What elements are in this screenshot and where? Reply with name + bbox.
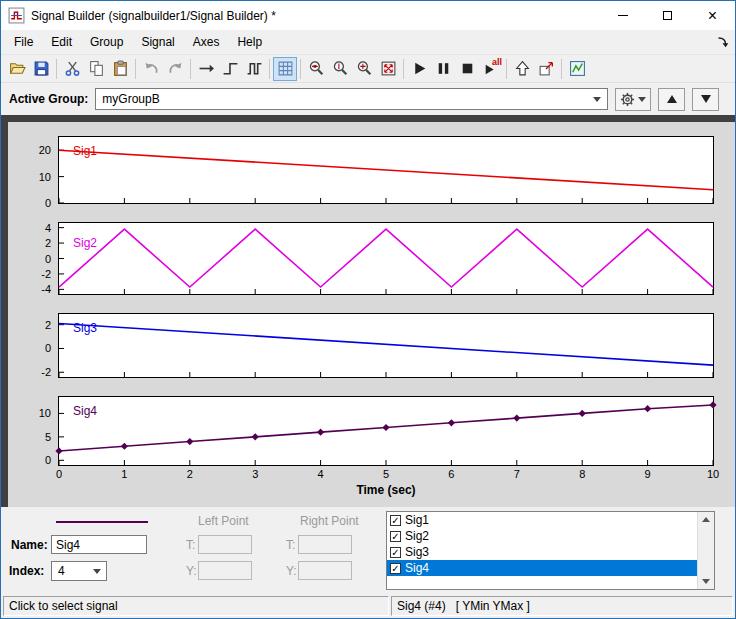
menu-item-file[interactable]: File	[5, 31, 42, 53]
checkbox-icon[interactable]: ✓	[390, 531, 401, 542]
snap-grid-icon[interactable]	[273, 57, 297, 81]
paste-icon[interactable]	[108, 57, 132, 81]
plot-sig3: -202Sig3	[8, 313, 735, 378]
window-title: Signal Builder (signalbuilder1/Signal Bu…	[31, 9, 600, 23]
x-tick-area: 012345678910	[58, 466, 714, 481]
simulink-icon[interactable]	[565, 57, 589, 81]
left-y-label: Y:	[186, 564, 197, 578]
menu-item-signal[interactable]: Signal	[132, 31, 183, 53]
x-tick-labels: 012345678910	[8, 466, 735, 481]
left-t-input[interactable]	[198, 535, 252, 554]
y-tick-label: -2	[41, 367, 51, 377]
copy-icon[interactable]	[84, 57, 108, 81]
x-tick-label: 9	[645, 468, 651, 480]
constant-signal-icon[interactable]	[194, 57, 218, 81]
save-icon[interactable]	[29, 57, 53, 81]
toolbar-separator	[506, 59, 507, 79]
fit-view-icon[interactable]	[376, 57, 400, 81]
signal-list-item-sig1[interactable]: ✓Sig1	[387, 512, 697, 528]
left-t-label: T:	[186, 538, 195, 552]
signal-item-label: Sig3	[405, 545, 429, 559]
name-input[interactable]	[51, 535, 147, 554]
scroll-up-button[interactable]	[698, 512, 714, 527]
redo-icon[interactable]	[163, 57, 187, 81]
zoom-time-icon[interactable]	[304, 57, 328, 81]
pulse-signal-icon[interactable]	[242, 57, 266, 81]
signal-item-label: Sig4	[405, 561, 429, 575]
signal-list-item-sig4[interactable]: ✓Sig4	[387, 560, 697, 576]
open-icon[interactable]	[5, 57, 29, 81]
axes-sig4[interactable]: Sig4	[58, 396, 714, 466]
name-label: Name:	[11, 538, 48, 552]
signal-list-item-sig3[interactable]: ✓Sig3	[387, 544, 697, 560]
y-tick-label: 2	[45, 320, 51, 330]
left-point-label: Left Point	[198, 514, 249, 528]
stop-icon[interactable]	[455, 57, 479, 81]
signal-label-sig2: Sig2	[73, 236, 97, 250]
checkbox-icon[interactable]: ✓	[390, 547, 401, 558]
toolbar-separator	[135, 59, 136, 79]
toolbar-separator	[300, 59, 301, 79]
y-tick-label: 10	[39, 408, 51, 418]
down-triangle-icon	[702, 579, 710, 584]
index-value: 4	[58, 564, 65, 578]
play-icon[interactable]	[407, 57, 431, 81]
move-group-down-button[interactable]	[692, 88, 719, 111]
window-icon	[8, 7, 25, 24]
signal-list-item-sig2[interactable]: ✓Sig2	[387, 528, 697, 544]
y-tick-label: 10	[39, 172, 51, 182]
up-triangle-icon	[667, 95, 677, 103]
menu-bar: FileEditGroupSignalAxesHelp	[1, 30, 735, 55]
scroll-down-button[interactable]	[698, 574, 714, 589]
x-tick-label: 6	[448, 468, 454, 480]
minimize-button[interactable]	[600, 2, 645, 30]
plot-sig1: 01020Sig1	[8, 136, 735, 204]
close-icon: ×	[708, 8, 717, 24]
checkbox-icon[interactable]: ✓	[390, 515, 401, 526]
cut-icon[interactable]	[60, 57, 84, 81]
plot-sig2: -4-2024Sig2	[8, 222, 735, 295]
export-icon[interactable]	[534, 57, 558, 81]
play-all-icon[interactable]: all	[479, 57, 503, 81]
axes-sig3[interactable]: Sig3	[58, 313, 714, 378]
signal-item-label: Sig2	[405, 529, 429, 543]
axes-sig1[interactable]: Sig1	[58, 136, 714, 204]
checkbox-icon[interactable]: ✓	[390, 563, 401, 574]
zoom-xy-icon[interactable]	[352, 57, 376, 81]
index-select[interactable]: 4	[51, 561, 107, 581]
axes-sig2[interactable]: Sig2	[58, 222, 714, 295]
close-button[interactable]: ×	[690, 2, 735, 30]
left-y-input[interactable]	[198, 561, 252, 580]
zoom-y-icon[interactable]	[328, 57, 352, 81]
menu-item-axes[interactable]: Axes	[184, 31, 229, 53]
y-tick-label: 0	[45, 254, 51, 264]
active-group-row: Active Group: myGroupB	[1, 83, 735, 115]
right-y-input[interactable]	[298, 561, 352, 580]
right-y-label: Y:	[286, 564, 297, 578]
undo-icon[interactable]	[139, 57, 163, 81]
menu-item-group[interactable]: Group	[81, 31, 132, 53]
toolbar-separator	[56, 59, 57, 79]
menu-item-edit[interactable]: Edit	[42, 31, 81, 53]
right-t-input[interactable]	[298, 535, 352, 554]
signal-list-scrollbar[interactable]	[697, 512, 714, 589]
title-bar: Signal Builder (signalbuilder1/Signal Bu…	[1, 1, 735, 30]
plot-sig4: 0510Sig4	[8, 396, 735, 466]
signal-list[interactable]: ✓Sig1✓Sig2✓Sig3✓Sig4	[386, 511, 715, 590]
active-group-combobox[interactable]: myGroupB	[95, 88, 608, 110]
y-tick-label: 5	[45, 432, 51, 442]
toolbar-separator	[269, 59, 270, 79]
step-signal-icon[interactable]	[218, 57, 242, 81]
group-options-button[interactable]	[615, 88, 651, 111]
dock-arrow-icon[interactable]	[717, 36, 729, 48]
pause-icon[interactable]	[431, 57, 455, 81]
move-group-up-button[interactable]	[658, 88, 685, 111]
y-tick-label: 0	[45, 198, 51, 208]
y-tick-label: -2	[41, 269, 51, 279]
up-arrow-icon[interactable]	[510, 57, 534, 81]
minimize-icon	[618, 15, 628, 16]
x-tick-label: 3	[252, 468, 258, 480]
maximize-button[interactable]	[645, 2, 690, 30]
x-axis-spacer	[8, 466, 58, 481]
menu-item-help[interactable]: Help	[228, 31, 271, 53]
